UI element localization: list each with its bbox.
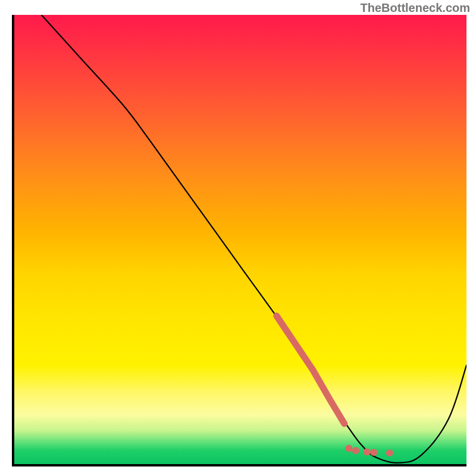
highlight-dot	[370, 449, 377, 456]
chart-plot-area	[12, 15, 466, 466]
highlight-dot	[386, 449, 393, 456]
highlight-dot	[364, 449, 371, 456]
highlight-dot	[352, 447, 359, 454]
chart-svg-overlay	[14, 15, 466, 464]
highlight-dot	[345, 445, 352, 452]
highlight-dots	[345, 445, 393, 457]
bottleneck-curve	[42, 15, 466, 463]
watermark-text: TheBottleneck.com	[361, 1, 470, 15]
highlight-segment	[277, 316, 345, 424]
